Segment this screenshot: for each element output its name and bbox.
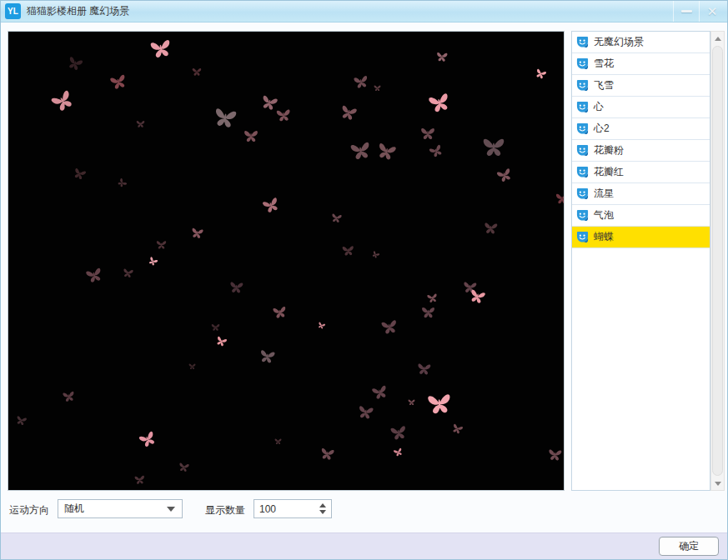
footer-bar: 确定 [1, 532, 727, 560]
scrollbar-thumb[interactable] [712, 46, 723, 476]
scene-list-item[interactable]: 飞雪 [572, 75, 710, 97]
scroll-down-button[interactable] [711, 477, 724, 490]
butterfly [467, 286, 486, 305]
direction-label: 运动方向 [9, 503, 49, 518]
scene-list-item[interactable]: 气泡 [572, 205, 710, 227]
butterfly [450, 422, 464, 436]
close-button[interactable]: ✕ [699, 1, 725, 22]
scene-list-item[interactable]: 流星 [572, 183, 710, 205]
butterfly [534, 67, 548, 81]
butterfly [482, 135, 505, 158]
butterfly [274, 438, 282, 445]
butterfly [137, 428, 159, 451]
spinner-buttons [319, 503, 331, 514]
mask-icon [576, 188, 589, 200]
butterfly [71, 165, 87, 181]
scene-list-item[interactable]: 无魔幻场景 [572, 32, 710, 53]
app-icon: YL [5, 3, 21, 19]
butterfly [392, 446, 404, 458]
window-title: 猫猫影楼相册 魔幻场景 [27, 4, 129, 18]
butterfly [108, 72, 128, 92]
butterfly [133, 473, 145, 485]
butterfly [244, 128, 259, 143]
scene-item-label: 雪花 [594, 57, 614, 71]
title-bar: YL 猫猫影楼相册 魔幻场景 ✕ [1, 1, 727, 22]
butterfly [188, 362, 196, 370]
scene-list-item[interactable]: 心 [572, 97, 710, 118]
mask-icon [576, 79, 589, 92]
mask-icon [576, 144, 589, 157]
butterfly [426, 89, 453, 116]
mask-icon [576, 36, 589, 48]
butterfly [483, 220, 498, 235]
scene-item-label: 飞雪 [594, 78, 614, 92]
butterfly [61, 388, 75, 402]
butterfly [258, 347, 276, 365]
mask-icon [576, 209, 589, 222]
scene-list-item[interactable]: 花瓣红 [572, 162, 710, 183]
mask-icon [576, 166, 589, 178]
direction-selected-value: 随机 [64, 502, 84, 516]
count-spinner[interactable] [254, 499, 332, 518]
butterfly [426, 390, 454, 418]
butterfly [136, 119, 145, 128]
butterfly [369, 382, 389, 401]
butterfly [495, 165, 514, 184]
butterfly [427, 142, 444, 159]
butterfly [341, 243, 354, 257]
butterfly [353, 73, 370, 91]
butterfly [211, 322, 220, 332]
butterfly [148, 36, 173, 61]
butterfly [329, 211, 342, 223]
scene-item-label: 流星 [594, 187, 614, 201]
scene-list-scrollbar[interactable] [710, 31, 725, 491]
butterfly [421, 305, 435, 319]
butterfly [65, 53, 84, 72]
scene-item-label: 花瓣粉 [594, 143, 624, 158]
scene-item-label: 气泡 [594, 208, 614, 222]
scene-list-item[interactable]: 雪花 [572, 53, 710, 75]
scene-list-item[interactable]: 心2 [572, 118, 710, 140]
butterfly [316, 320, 326, 330]
bottom-controls: 运动方向 随机 显示数量 [1, 499, 568, 521]
butterfly [146, 254, 158, 267]
butterfly [379, 317, 399, 336]
scene-item-label: 心 [594, 100, 604, 114]
butterfly [121, 266, 133, 278]
minimize-icon [681, 10, 692, 12]
butterfly [14, 413, 28, 427]
scene-item-label: 无魔幻场景 [594, 35, 644, 49]
mask-icon [576, 231, 589, 243]
minimize-button[interactable] [673, 1, 699, 22]
butterfly [212, 104, 238, 131]
scroll-up-button[interactable] [711, 32, 724, 45]
scene-list-item[interactable]: 蝴蝶 [572, 227, 710, 248]
butterfly [349, 138, 373, 162]
butterfly [260, 194, 282, 216]
spin-down-icon[interactable] [319, 510, 326, 514]
count-input[interactable] [254, 500, 319, 518]
butterfly [408, 398, 415, 406]
direction-select[interactable]: 随机 [58, 499, 183, 518]
scene-list-item[interactable]: 花瓣粉 [572, 140, 710, 162]
butterfly [319, 445, 335, 462]
dropdown-caret-icon [167, 507, 175, 512]
butterfly [370, 249, 380, 259]
butterfly [84, 265, 104, 285]
butterfly [259, 92, 279, 112]
mask-icon [576, 122, 589, 135]
preview-canvas [8, 31, 565, 491]
scene-item-label: 花瓣红 [594, 165, 624, 179]
butterfly [425, 291, 438, 303]
butterfly [177, 460, 189, 472]
butterfly [48, 86, 78, 116]
butterfly [275, 107, 292, 123]
scene-list: 无魔幻场景雪花飞雪心心2花瓣粉花瓣红流星气泡蝴蝶 [571, 31, 710, 491]
butterfly [420, 126, 435, 141]
butterfly [462, 279, 477, 294]
ok-button[interactable]: 确定 [659, 537, 719, 556]
butterfly [115, 176, 128, 189]
spin-up-icon[interactable] [319, 503, 326, 508]
butterfly [271, 303, 288, 320]
count-label: 显示数量 [205, 503, 245, 518]
